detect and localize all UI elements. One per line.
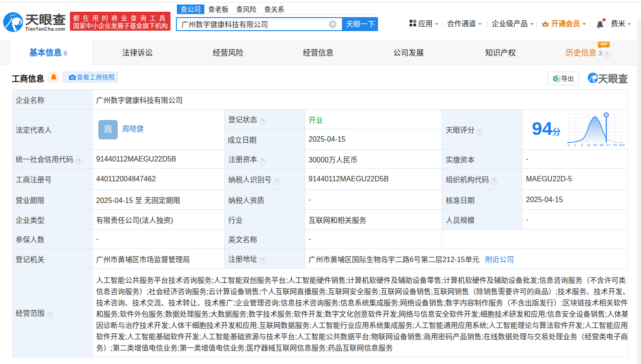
svg-text:3: 3 <box>581 143 583 147</box>
svg-text:85: 85 <box>600 143 604 147</box>
svg-text:97: 97 <box>606 143 610 147</box>
svg-text:15: 15 <box>586 143 590 147</box>
svg-text:100: 100 <box>619 143 625 147</box>
svg-text:0: 0 <box>567 143 570 147</box>
svg-text:1: 1 <box>574 143 576 147</box>
svg-text:99: 99 <box>613 143 617 147</box>
svg-text:50: 50 <box>593 143 597 147</box>
